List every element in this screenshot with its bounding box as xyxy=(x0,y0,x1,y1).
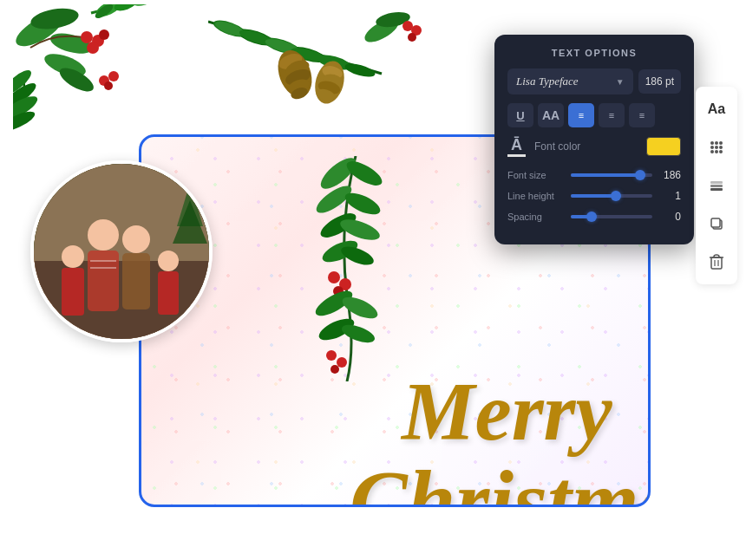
grid-icon-svg xyxy=(709,140,724,155)
svg-point-76 xyxy=(710,141,714,145)
svg-point-81 xyxy=(719,146,723,149)
font-color-label: Font color xyxy=(534,140,638,153)
font-size-slider-row: Font size 186 xyxy=(507,169,681,181)
font-name: Lisa Typeface xyxy=(516,75,579,88)
text-tool-icon[interactable]: Aa xyxy=(703,95,730,123)
svg-point-79 xyxy=(710,146,714,149)
merry-text: Merry xyxy=(402,371,612,453)
line-height-slider[interactable] xyxy=(571,194,652,198)
grid-tool-icon[interactable] xyxy=(703,133,730,161)
accent-a-label: Ā xyxy=(507,136,526,157)
svg-rect-73 xyxy=(62,268,84,316)
christmas-text: Christmas xyxy=(350,458,651,507)
svg-point-82 xyxy=(710,150,714,153)
svg-rect-69 xyxy=(88,251,119,311)
line-height-slider-row: Line height 1 xyxy=(507,190,681,202)
svg-rect-75 xyxy=(158,271,179,315)
text-options-panel: TEXT OPTIONS Lisa Typeface ▼ 186 pt U AA… xyxy=(494,35,694,244)
spacing-slider-row: Spacing 0 xyxy=(507,211,681,223)
font-row: Lisa Typeface ▼ 186 pt xyxy=(507,68,681,94)
color-swatch[interactable] xyxy=(646,137,681,156)
svg-point-84 xyxy=(719,150,723,153)
svg-point-72 xyxy=(62,245,84,268)
svg-rect-89 xyxy=(711,218,720,227)
spacing-value: 0 xyxy=(659,211,681,223)
font-size-display[interactable]: 186 pt xyxy=(638,69,681,94)
layers-icon-svg xyxy=(709,178,724,193)
format-buttons-row: U AA ≡ ≡ ≡ xyxy=(507,103,681,127)
svg-point-74 xyxy=(158,251,179,271)
line-height-value: 1 xyxy=(659,190,681,202)
delete-tool-icon[interactable] xyxy=(703,248,730,276)
svg-point-70 xyxy=(122,225,150,253)
svg-rect-86 xyxy=(710,185,723,187)
line-height-slider-label: Line height xyxy=(507,191,564,201)
align-center-button[interactable]: ≡ xyxy=(599,103,625,127)
layers-tool-icon[interactable] xyxy=(703,172,730,199)
svg-point-80 xyxy=(715,146,718,149)
family-photo xyxy=(30,160,213,342)
sidebar-toolbar: Aa xyxy=(696,87,737,284)
font-selector[interactable]: Lisa Typeface ▼ xyxy=(507,68,633,94)
svg-point-68 xyxy=(88,219,119,251)
font-color-row: Ā Font color xyxy=(507,136,681,157)
svg-rect-87 xyxy=(710,188,723,191)
spacing-slider[interactable] xyxy=(571,215,652,218)
copy-tool-icon[interactable] xyxy=(703,210,730,238)
align-left-button[interactable]: ≡ xyxy=(568,103,594,127)
panel-title: TEXT OPTIONS xyxy=(507,48,681,58)
spacing-slider-label: Spacing xyxy=(507,212,564,222)
svg-point-78 xyxy=(719,141,723,145)
font-size-value: 186 xyxy=(659,169,681,181)
svg-rect-90 xyxy=(711,257,722,269)
delete-icon-svg xyxy=(710,254,723,270)
dropdown-arrow-icon: ▼ xyxy=(616,77,625,87)
font-size-slider-label: Font size xyxy=(507,170,564,180)
svg-point-77 xyxy=(715,141,718,145)
underline-button[interactable]: U xyxy=(507,103,533,127)
photo-svg xyxy=(34,160,213,339)
font-size-slider[interactable] xyxy=(571,173,652,177)
svg-rect-85 xyxy=(710,181,723,184)
svg-point-83 xyxy=(715,150,718,153)
svg-rect-71 xyxy=(122,253,150,309)
align-right-button[interactable]: ≡ xyxy=(629,103,655,127)
aa-button[interactable]: AA xyxy=(538,103,564,127)
copy-icon-svg xyxy=(710,217,723,231)
